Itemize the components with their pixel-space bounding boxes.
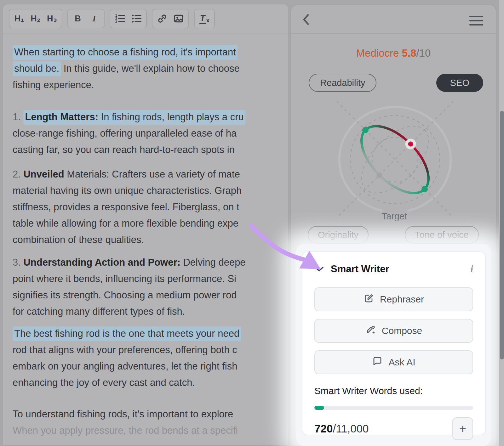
highlighted-text: Length Matters: In fishing rods, length … [23,110,245,125]
tab-seo[interactable]: SEO [436,74,483,92]
list-item-1: 1. Length Matters: In fishing rods, leng… [13,109,288,158]
text-style-group: B I [67,9,105,28]
smart-writer-title: Smart Writer [331,263,389,275]
link-button[interactable] [154,10,170,27]
menu-button[interactable] [469,13,483,28]
bullet-list-button[interactable] [128,10,145,27]
clear-formatting-icon: Tx [199,13,209,24]
image-icon [173,13,184,24]
svg-text:3: 3 [115,20,117,24]
magic-pen-icon [365,325,376,337]
info-icon[interactable]: i [470,263,473,275]
bold-button[interactable]: B [70,10,86,27]
list-group: 123 [110,9,147,28]
h2-button[interactable]: H₂ [27,10,44,27]
format-group: Tx [194,9,215,28]
ordered-list-icon: 123 [115,13,125,24]
paragraph-best-rod: The best fishing rod is the one that mee… [13,325,288,391]
rephraser-button[interactable]: Rephraser [314,287,473,311]
annotation-arrow [243,217,337,277]
hamburger-icon [469,16,483,25]
chart-target-label: Target [382,211,407,221]
overall-score: Mediocre 5.8/10 [291,47,496,59]
highlighted-text: The best fishing rod is the one that mee… [13,326,241,341]
scrollbar-thumb[interactable] [500,111,504,359]
add-words-button[interactable]: + [452,417,473,440]
edit-icon [364,293,374,306]
panel-header [291,5,496,34]
scrollbar-track[interactable] [499,0,504,446]
smart-writer-header: Smart Writer i [314,263,473,275]
plus-icon: + [459,422,466,436]
link-icon [157,13,168,24]
chat-bubble-icon [372,356,383,369]
heading-group: H₁ H₂ H₃ [9,9,62,28]
score-grade: Mediocre [356,47,399,59]
words-counter: 720/11,000 [314,422,369,435]
chevron-left-icon [302,21,310,26]
words-used-progress-fill [314,406,324,410]
ask-ai-button[interactable]: Ask AI [314,350,473,374]
words-used-progressbar [314,406,473,410]
highlighted-text: should be. [13,61,61,76]
compose-button[interactable]: Compose [314,319,473,343]
italic-button[interactable]: I [86,10,102,27]
h3-button[interactable]: H₃ [44,10,60,27]
editor-toolbar: H₁ H₂ H₃ B I 123 [3,4,288,33]
h1-button[interactable]: H₁ [11,10,27,27]
ordered-list-button[interactable]: 123 [112,10,128,27]
score-value: 5.8 [402,47,416,59]
score-max: /10 [416,47,431,59]
insert-group [152,9,189,28]
words-counter-row: 720/11,000 + [314,417,473,440]
tab-readability[interactable]: Readability [309,74,376,92]
paragraph-intro: When starting to choose a fishing rod, i… [13,44,288,93]
back-button[interactable] [302,14,310,25]
smart-writer-card: Smart Writer i Rephraser Compose Ask [302,251,486,435]
image-button[interactable] [170,10,187,27]
highlighted-text: When starting to choose a fishing rod, i… [13,45,238,60]
paragraph-outro: To understand fishing rods, it's importa… [13,406,288,439]
clear-formatting-button[interactable]: Tx [196,10,213,27]
app-window: H₁ H₂ H₃ B I 123 [0,0,504,446]
score-tabs: Readability SEO [291,74,496,92]
score-chart: Target [310,95,480,227]
bullet-list-icon [131,13,142,24]
words-used-label: Smart Writer Words used: [314,386,473,396]
tab-tone-of-voice[interactable]: Tone of voice [405,226,479,244]
